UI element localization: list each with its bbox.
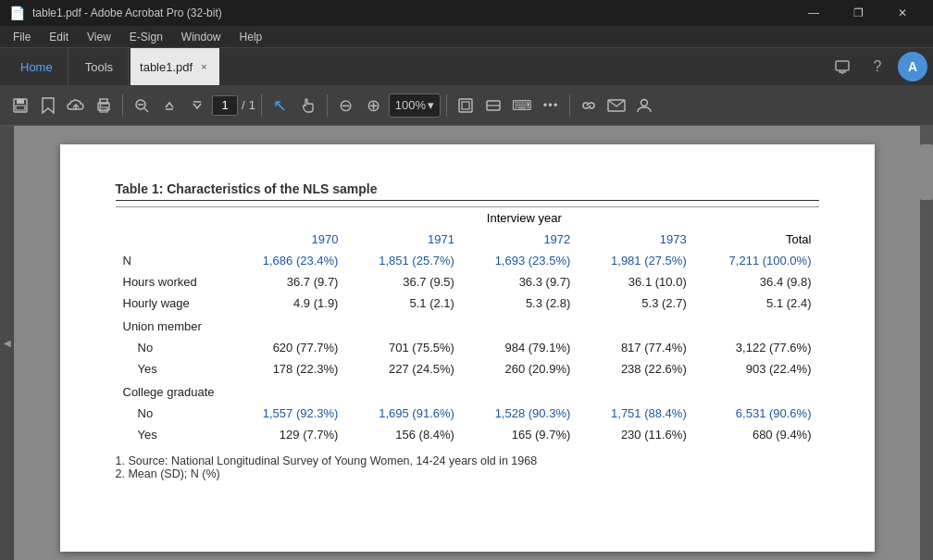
menu-window[interactable]: Window: [172, 29, 230, 45]
right-scrollbar[interactable]: [920, 126, 933, 560]
table-row: No620 (77.7%)701 (75.5%)984 (79.1%)817 (…: [116, 337, 819, 358]
title-bar: 📄 table1.pdf - Adobe Acrobat Pro (32-bit…: [0, 0, 933, 26]
left-scroll-area[interactable]: ◀: [0, 126, 14, 560]
help-button[interactable]: ?: [863, 52, 892, 81]
zoom-out-button[interactable]: ⊖: [333, 91, 359, 120]
row-value-cell: 1,528 (90.3%): [462, 403, 578, 424]
menu-file[interactable]: File: [4, 29, 40, 45]
keyboard-button[interactable]: ⌨: [508, 91, 536, 120]
menu-esign[interactable]: E-Sign: [120, 29, 172, 45]
table-row: Hourly wage4.9 (1.9)5.1 (2.1)5.3 (2.8)5.…: [116, 292, 819, 314]
nav-bar: Home Tools table1.pdf × ? A: [0, 48, 933, 85]
print-button[interactable]: [91, 91, 117, 120]
row-value-cell: 5.1 (2.4): [694, 292, 819, 314]
scroll-thumb[interactable]: [920, 144, 933, 200]
col-total-header: Total: [694, 229, 819, 250]
row-label-cell: Hours worked: [116, 271, 230, 292]
save-icon: [12, 97, 29, 114]
fit-page-button[interactable]: [453, 91, 479, 120]
col-header-empty: [116, 207, 230, 230]
col-1971-header: 1971: [345, 229, 461, 250]
title-bar-title: table1.pdf - Adobe Acrobat Pro (32-bit): [32, 6, 222, 19]
section-label-cell: College graduate: [116, 380, 819, 403]
menu-view[interactable]: View: [78, 29, 120, 45]
page-number-input[interactable]: [212, 95, 238, 116]
row-value-cell: 1,851 (25.7%): [345, 250, 461, 271]
row-label-cell: No: [116, 403, 230, 424]
nav-tools-tab[interactable]: Tools: [70, 48, 129, 85]
col-label-header: [116, 229, 230, 250]
more-tools-icon: •••: [543, 98, 559, 112]
zoom-arrow: ▾: [428, 98, 434, 112]
row-value-cell: 903 (22.4%): [694, 358, 819, 380]
save-button[interactable]: [7, 91, 33, 120]
separator-5: [569, 94, 570, 117]
row-value-cell: 5.1 (2.1): [345, 292, 461, 314]
pointer-tool-button[interactable]: ↖: [267, 91, 293, 120]
more-tools-button[interactable]: •••: [538, 91, 564, 120]
hand-tool-button[interactable]: [295, 91, 321, 120]
search-zoom-button[interactable]: [129, 91, 155, 120]
row-value-cell: 230 (11.6%): [578, 424, 693, 445]
search-zoom-icon: [133, 97, 150, 114]
next-page-icon: [191, 98, 204, 113]
zoom-value: 100%: [395, 98, 426, 112]
share-button[interactable]: [827, 52, 857, 81]
account-button[interactable]: [631, 91, 657, 120]
share-link-button[interactable]: [576, 91, 602, 120]
row-value-cell: 227 (24.5%): [345, 358, 461, 380]
title-bar-icon: 📄: [9, 6, 25, 20]
svg-rect-17: [462, 102, 469, 109]
row-label-cell: N: [116, 250, 230, 271]
row-label-cell: Yes: [116, 358, 230, 380]
zoom-in-button[interactable]: ⊕: [361, 91, 387, 120]
close-tab-button[interactable]: ×: [198, 60, 209, 73]
bookmark-button[interactable]: [35, 91, 61, 120]
data-table: Interview year 1970 1971 1972 1973 Total…: [116, 206, 819, 445]
footnote-1: 1. Source: National Longitudinal Survey …: [116, 454, 819, 467]
svg-point-21: [641, 99, 648, 106]
doc-tab-title: table1.pdf: [140, 60, 193, 74]
nav-doc-tab[interactable]: table1.pdf ×: [131, 48, 219, 85]
row-value-cell: 4.9 (1.9): [230, 292, 345, 314]
fit-width-button[interactable]: [480, 91, 506, 120]
cloud-button[interactable]: [63, 91, 89, 120]
row-value-cell: 36.7 (9.5): [345, 271, 461, 292]
help-icon: ?: [874, 58, 882, 75]
zoom-display[interactable]: 100% ▾: [389, 93, 441, 118]
row-value-cell: 3,122 (77.6%): [694, 337, 819, 358]
row-value-cell: 36.4 (9.8): [694, 271, 819, 292]
separator-3: [327, 94, 328, 117]
svg-rect-4: [16, 106, 25, 110]
next-page-button[interactable]: [184, 91, 210, 120]
nav-right-area: ? A: [827, 52, 927, 81]
bookmark-icon: [41, 97, 56, 114]
row-value-cell: 36.7 (9.7): [230, 271, 345, 292]
avatar[interactable]: A: [898, 52, 927, 81]
row-value-cell: 165 (9.7%): [462, 424, 578, 445]
separator-1: [122, 94, 123, 117]
row-value-cell: 620 (77.7%): [230, 337, 345, 358]
nav-home-tab[interactable]: Home: [6, 48, 68, 85]
col-1973-header: 1973: [578, 229, 693, 250]
left-arrow-icon: ◀: [4, 338, 11, 348]
avatar-letter: A: [908, 59, 917, 74]
table-title: Table 1: Characteristics of the NLS samp…: [116, 181, 819, 201]
table-row: No1,557 (92.3%)1,695 (91.6%)1,528 (90.3%…: [116, 403, 819, 424]
row-value-cell: 36.1 (10.0): [578, 271, 693, 292]
email-button[interactable]: [603, 91, 629, 120]
prev-page-icon: [163, 98, 176, 113]
menu-help[interactable]: Help: [230, 29, 272, 45]
account-icon: [636, 97, 653, 114]
prev-page-button[interactable]: [156, 91, 182, 120]
pdf-area: Table 1: Characteristics of the NLS samp…: [14, 126, 920, 560]
close-button[interactable]: ✕: [881, 0, 924, 26]
menu-edit[interactable]: Edit: [40, 29, 78, 45]
row-value-cell: 1,557 (92.3%): [230, 403, 345, 424]
maximize-button[interactable]: ❐: [837, 0, 879, 26]
minimize-button[interactable]: —: [792, 0, 835, 26]
row-value-cell: 984 (79.1%): [462, 337, 578, 358]
row-value-cell: 680 (9.4%): [694, 424, 819, 445]
table-body: N1,686 (23.4%)1,851 (25.7%)1,693 (23.5%)…: [116, 250, 819, 445]
row-label-cell: Yes: [116, 424, 230, 445]
